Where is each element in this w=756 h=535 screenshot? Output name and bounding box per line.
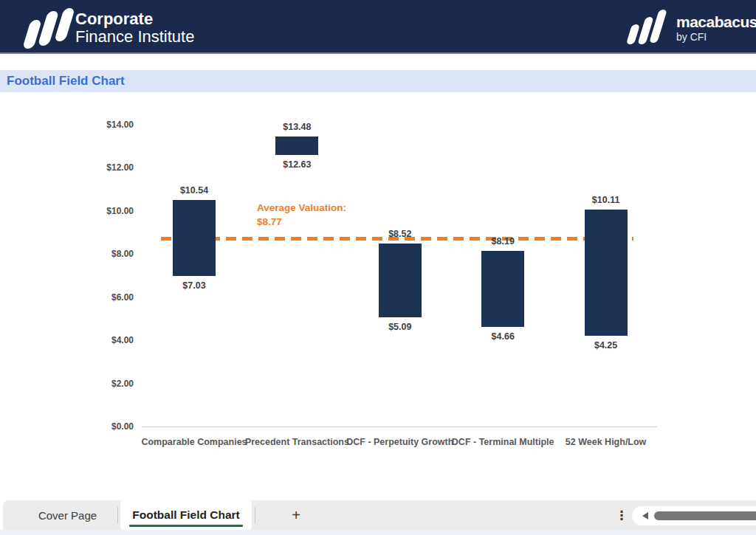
y-axis-tick-label: $6.00 <box>80 292 134 303</box>
y-axis-tick-label: $14.00 <box>80 120 134 130</box>
chart-bar <box>585 210 628 336</box>
horizontal-scrollbar[interactable] <box>632 506 756 525</box>
tab-divider <box>255 507 255 523</box>
scroll-left-arrow-icon[interactable] <box>642 512 648 520</box>
sheet-title-strip: Football Field Chart <box>0 70 756 92</box>
bar-high-label: $13.48 <box>260 122 334 132</box>
chart-bar <box>173 200 216 276</box>
active-tab-underline <box>129 525 243 527</box>
bar-low-label: $4.66 <box>466 331 540 342</box>
chart-bar <box>275 137 318 155</box>
y-axis-tick-label: $4.00 <box>80 335 134 345</box>
y-axis-tick-label: $2.00 <box>80 379 134 389</box>
branding-header: Corporate Finance Institute macabacus™ b… <box>0 0 756 54</box>
cfi-logo-line2: Finance Institute <box>75 28 194 46</box>
sheet-tab-label: Football Field Chart <box>132 508 240 522</box>
bar-high-label: $8.19 <box>466 236 540 246</box>
cfi-logo-text: Corporate Finance Institute <box>75 10 194 46</box>
category-label: DCF - Perpetuity Growth <box>345 436 456 449</box>
category-label: DCF - Terminal Multiple <box>447 436 558 449</box>
sheet-options-ellipsis-icon[interactable]: ⋮ <box>613 500 630 530</box>
macabacus-logo-stripe <box>649 10 667 43</box>
y-axis-tick-label: $10.00 <box>80 206 134 216</box>
page-title: Football Field Chart <box>0 74 125 89</box>
tab-divider <box>117 507 118 523</box>
average-valuation-dashed-line <box>161 237 633 241</box>
y-axis-tick-label: $12.00 <box>80 162 134 173</box>
plus-icon: + <box>292 507 300 524</box>
average-valuation-label-line1: Average Valuation: <box>257 201 346 215</box>
add-sheet-button[interactable]: + <box>278 500 314 530</box>
sheet-tab-football-field-chart[interactable]: Football Field Chart <box>120 500 252 530</box>
x-axis-line <box>142 427 657 427</box>
average-valuation-label-line2: $8.77 <box>257 215 346 229</box>
average-valuation-label: Average Valuation: $8.77 <box>257 201 346 229</box>
sheet-tab-label: Cover Page <box>38 509 97 522</box>
bar-low-label: $7.03 <box>157 280 231 291</box>
macabacus-byline: by CFI <box>676 30 756 44</box>
y-axis-tick-label: $8.00 <box>80 249 134 259</box>
chart-bar <box>379 244 422 317</box>
sheet-tab-cover-page[interactable]: Cover Page <box>18 500 117 530</box>
cfi-logo-stripe <box>38 11 59 46</box>
workbook-window: Corporate Finance Institute macabacus™ b… <box>0 0 756 535</box>
cfi-logo-line1: Corporate <box>75 10 194 28</box>
bar-low-label: $5.09 <box>363 322 437 332</box>
bar-high-label: $8.52 <box>363 229 437 239</box>
bar-low-label: $12.63 <box>260 159 334 170</box>
y-axis-tick-label: $0.00 <box>80 421 134 432</box>
chart-bar <box>481 251 524 327</box>
category-label: 52 Week High/Low <box>551 436 662 449</box>
macabacus-logo-text: macabacus™ by CFI <box>676 12 756 44</box>
window-bottom-edge <box>0 530 756 535</box>
sheet-tab-bar: Cover Page Football Field Chart + ⋮ <box>3 500 756 530</box>
bar-low-label: $4.25 <box>569 340 643 351</box>
bar-high-label: $10.11 <box>569 195 643 205</box>
category-label: Precedent Transactions <box>241 436 352 449</box>
category-label: Comparable Companies <box>139 436 250 449</box>
scrollbar-thumb[interactable] <box>654 511 756 520</box>
bar-high-label: $10.54 <box>157 185 231 196</box>
macabacus-wordmark: macabacus™ <box>676 12 756 30</box>
